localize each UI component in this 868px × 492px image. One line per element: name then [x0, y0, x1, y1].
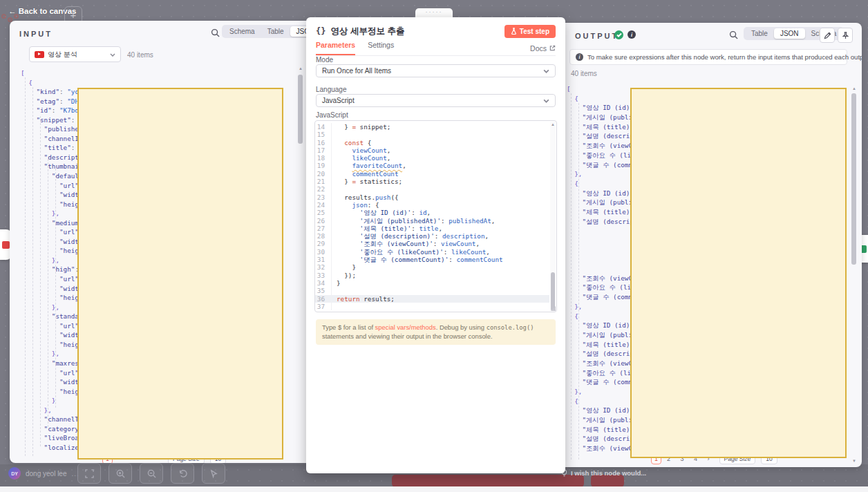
redaction-sticky-note-left[interactable]	[77, 88, 283, 460]
user-name: dong yeol lee	[26, 470, 67, 477]
tab-settings[interactable]: Settings	[368, 41, 394, 55]
panel-drag-handle[interactable]: ·····	[415, 8, 453, 18]
language-label: Language	[316, 86, 347, 93]
output-title: OUTPUT	[575, 32, 619, 40]
node-settings-panel: {} 영상 세부정보 추출 Test step Parameters Setti…	[306, 17, 565, 473]
node-title[interactable]: 영상 세부정보 추출	[330, 26, 404, 37]
chevron-down-icon	[110, 50, 115, 58]
zoom-out-button[interactable]	[140, 463, 163, 484]
code-lines[interactable]: 14 } = snippet;1516 const {17 viewCount,…	[315, 123, 549, 310]
node-feedback-link[interactable]: I wish this node would...	[561, 469, 646, 477]
output-search-button[interactable]	[729, 30, 738, 42]
zoom-in-icon	[116, 469, 125, 478]
docs-link[interactable]: Docs	[530, 41, 556, 55]
youtube-node-icon	[2, 241, 10, 249]
output-scrollbar[interactable]: ▲ ▼	[851, 86, 856, 463]
fit-view-button[interactable]	[77, 463, 101, 484]
tab-parameters[interactable]: Parameters	[316, 41, 355, 55]
input-title: INPUT	[19, 30, 53, 38]
code-editor[interactable]: 14 } = snippet;1516 const {17 viewCount,…	[314, 120, 557, 312]
zoom-in-button[interactable]	[108, 463, 132, 484]
undo-icon	[178, 469, 187, 478]
search-icon	[729, 30, 738, 39]
pin-data-button[interactable]	[838, 28, 853, 43]
fit-view-icon	[85, 469, 94, 478]
tab-table[interactable]: Table	[745, 28, 774, 39]
tab-json[interactable]: JSON	[774, 28, 805, 39]
input-display-mode-tabs: Schema Table JSON	[222, 25, 306, 38]
info-icon: i	[576, 53, 583, 61]
external-link-icon	[549, 45, 556, 51]
run-success-icon	[614, 30, 623, 39]
output-callout: i To make sure expressions after this no…	[569, 49, 847, 65]
mode-label: Mode	[316, 56, 333, 64]
pencil-icon	[824, 32, 831, 39]
search-icon	[211, 28, 220, 37]
flask-icon	[511, 28, 517, 35]
node-tabs: Parameters Settings Docs	[316, 41, 556, 56]
zoom-out-icon	[147, 469, 156, 478]
output-info-icon[interactable]: i	[628, 30, 636, 39]
mode-select[interactable]: Run Once for All Items	[316, 64, 556, 77]
input-scrollbar[interactable]: ▲ ▼	[298, 66, 303, 463]
edit-output-button[interactable]	[820, 28, 835, 43]
editor-scrollbar[interactable]: ▲	[550, 122, 556, 311]
back-arrow-icon: ←	[8, 7, 19, 15]
chevron-down-icon	[543, 97, 549, 104]
input-source-select[interactable]: 영상 분석	[29, 46, 121, 62]
tab-json[interactable]: JSON	[290, 26, 306, 37]
redaction-sticky-note-right[interactable]	[630, 88, 847, 458]
youtube-icon	[35, 51, 44, 58]
chevron-down-icon	[543, 67, 549, 75]
code-editor-label: JavaScript	[316, 111, 348, 119]
input-search-button[interactable]	[211, 28, 220, 40]
test-workflow-button-dimmed[interactable]	[392, 475, 584, 487]
editor-resize-grip[interactable]	[551, 306, 556, 311]
output-items-count: 40 items	[571, 70, 597, 77]
user-avatar[interactable]: DY	[8, 467, 21, 480]
test-step-button[interactable]: Test step	[504, 25, 556, 38]
editor-hint: Type $ for a list of special vars/method…	[316, 319, 556, 345]
tab-table[interactable]: Table	[261, 26, 290, 37]
pin-icon	[842, 32, 849, 39]
special-vars-link[interactable]: special vars/methods	[375, 323, 436, 331]
tab-schema[interactable]: Schema	[223, 26, 261, 37]
canvas-toolbar	[77, 463, 225, 484]
window-bottom-edge	[0, 486, 868, 492]
pointer-icon	[209, 469, 218, 478]
language-select[interactable]: JavaScript	[316, 94, 556, 107]
tidy-up-button[interactable]	[202, 463, 225, 484]
code-node-icon: {}	[316, 26, 326, 36]
input-items-count: 40 items	[127, 51, 153, 59]
undo-button[interactable]	[171, 463, 194, 484]
n8n-node-detail-view: ← Back to canvas + DY dong yeol lee ... …	[0, 0, 868, 492]
